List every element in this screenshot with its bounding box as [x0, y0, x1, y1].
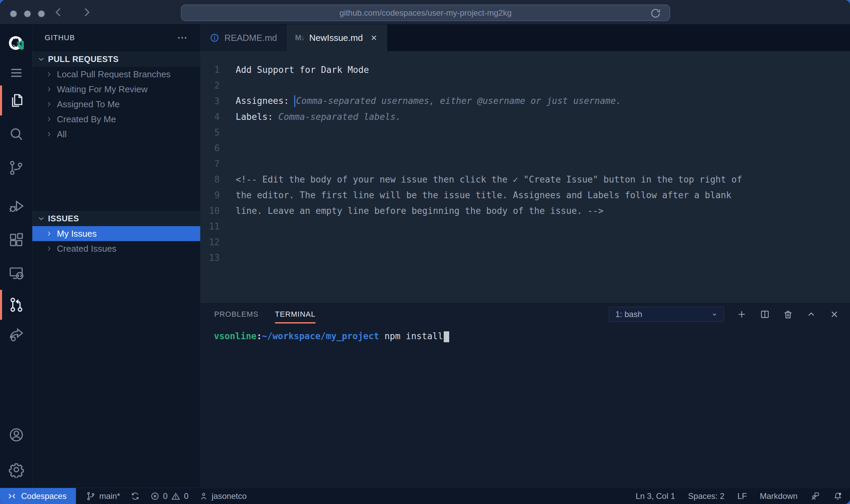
- minimize-window-button[interactable]: [23, 10, 32, 18]
- close-panel-icon[interactable]: [829, 309, 840, 320]
- line-number: 2: [201, 80, 220, 91]
- section-pull-requests[interactable]: PULL REQUESTS: [32, 51, 200, 67]
- problems-indicator[interactable]: 0 0: [150, 488, 189, 504]
- activity-github-pull-requests[interactable]: [0, 289, 32, 320]
- activity-search[interactable]: [0, 119, 32, 150]
- sidebar-title: GITHUB: [45, 33, 75, 42]
- language-mode[interactable]: Markdown: [760, 488, 798, 504]
- tree-item-local-pr-branches[interactable]: Local Pull Request Branches: [32, 67, 200, 82]
- code-line[interactable]: 13: [201, 250, 850, 266]
- tree-item-assigned-to-me[interactable]: Assigned To Me: [32, 97, 200, 112]
- chevron-right-icon: [45, 85, 53, 94]
- panel-tab-terminal[interactable]: TERMINAL: [275, 303, 315, 326]
- activity-settings[interactable]: [0, 454, 32, 485]
- code-line[interactable]: 6: [201, 140, 850, 156]
- markdown-icon: M↓: [295, 33, 304, 42]
- terminal[interactable]: vsonline:~/workspace/my_project npm inst…: [201, 326, 850, 488]
- terminal-command: npm install: [379, 331, 443, 341]
- panel-tab-problems[interactable]: PROBLEMS: [214, 303, 258, 326]
- line-number: 10: [201, 206, 220, 216]
- feedback-icon: [810, 491, 820, 501]
- back-button[interactable]: [52, 5, 65, 19]
- editor-area[interactable]: 1 Add Support for Dark Mode 2 3 Assignee…: [201, 51, 850, 302]
- activity-live-share[interactable]: [0, 319, 32, 350]
- code-line[interactable]: 9 the editor. The first line will be the…: [201, 187, 850, 203]
- code-line[interactable]: 3 Assignees: Comma-separated usernames, …: [201, 93, 850, 109]
- chevron-right-icon: [45, 130, 53, 139]
- github-pull-request-icon: [8, 297, 25, 313]
- tab-label: NewIssue.md: [309, 33, 363, 43]
- activity-explorer[interactable]: [0, 85, 32, 116]
- reload-icon[interactable]: [650, 7, 661, 19]
- shell-select-value: 1: bash: [615, 310, 642, 319]
- code-line[interactable]: 5: [201, 125, 850, 140]
- tree-item-my-issues[interactable]: My Issues: [32, 226, 200, 241]
- tree-item-all[interactable]: All: [32, 127, 200, 142]
- tree-item-created-issues[interactable]: Created Issues: [32, 241, 200, 256]
- code-line[interactable]: 2: [201, 78, 850, 93]
- code-line[interactable]: 12: [201, 234, 850, 250]
- editor-column: README.md M↓ NewIssue.md 1 Add Support f…: [201, 25, 850, 488]
- new-terminal-icon[interactable]: [736, 309, 747, 320]
- tree-item-label: My Issues: [57, 229, 97, 239]
- code-line[interactable]: 11: [201, 219, 850, 234]
- notifications-button[interactable]: [833, 488, 843, 504]
- browser-window: github.com/codespaces/user-my-project-mg…: [0, 0, 850, 504]
- panel-tab-label: PROBLEMS: [214, 310, 258, 319]
- tree-item-waiting-for-my-review[interactable]: Waiting For My Review: [32, 82, 200, 97]
- user-indicator[interactable]: jasonetco: [199, 488, 247, 504]
- kill-terminal-icon[interactable]: [783, 309, 793, 320]
- github-codespaces-logo[interactable]: [0, 28, 32, 59]
- tree-item-label: Created By Me: [57, 114, 116, 125]
- code-line[interactable]: 7: [201, 156, 850, 172]
- tree-item-created-by-me[interactable]: Created By Me: [32, 112, 200, 127]
- text-cursor: [294, 95, 295, 107]
- activity-remote-explorer[interactable]: [0, 257, 32, 289]
- remote-indicator-codespaces[interactable]: Codespaces: [0, 488, 76, 504]
- remote-icon: [7, 491, 17, 501]
- activity-extensions[interactable]: [0, 224, 32, 256]
- maximize-panel-icon[interactable]: [806, 309, 817, 320]
- tab-new-issue[interactable]: M↓ NewIssue.md: [286, 25, 388, 51]
- sidebar: GITHUB PULL REQUESTS Local Pull Request …: [32, 25, 201, 488]
- maximize-window-button[interactable]: [37, 10, 46, 18]
- panel-header: PROBLEMS TERMINAL 1: bash: [201, 303, 850, 326]
- section-issues[interactable]: ISSUES: [32, 210, 200, 226]
- tree-item-label: Created Issues: [57, 243, 116, 254]
- terminal-shell-select[interactable]: 1: bash: [609, 307, 724, 322]
- terminal-prompt-separator: :: [256, 331, 262, 341]
- line-number: 1: [201, 65, 220, 75]
- chevron-down-icon: [36, 54, 46, 64]
- close-window-button[interactable]: [9, 10, 18, 18]
- split-terminal-icon[interactable]: [759, 309, 770, 320]
- warning-icon: [171, 491, 180, 501]
- chevron-down-icon: [36, 214, 46, 223]
- feedback-button[interactable]: [810, 488, 820, 504]
- code-line[interactable]: 1 Add Support for Dark Mode: [201, 62, 850, 78]
- forward-button[interactable]: [80, 5, 93, 19]
- close-tab-icon[interactable]: [369, 33, 378, 42]
- eol-setting[interactable]: LF: [737, 488, 747, 504]
- more-actions-icon[interactable]: [176, 32, 188, 44]
- activity-account[interactable]: [0, 419, 32, 451]
- assignees-line: Assignees: Comma-separated usernames, ei…: [236, 95, 621, 107]
- line-number: 11: [201, 221, 220, 232]
- files-icon: [8, 92, 25, 109]
- tree-item-label: Assigned To Me: [57, 99, 120, 110]
- tree-item-label: All: [57, 129, 67, 140]
- address-bar[interactable]: github.com/codespaces/user-my-project-mg…: [181, 4, 670, 21]
- code-line[interactable]: 4 Labels: Comma-separated labels.: [201, 109, 850, 125]
- tab-readme[interactable]: README.md: [201, 25, 286, 51]
- code-line[interactable]: 8 <!-- Edit the body of your new issue t…: [201, 172, 850, 187]
- menu-button[interactable]: [0, 57, 32, 89]
- activity-run-debug[interactable]: [0, 190, 32, 222]
- sync-button[interactable]: [130, 488, 140, 504]
- sync-icon: [130, 491, 140, 501]
- cursor-position[interactable]: Ln 3, Col 1: [635, 488, 675, 504]
- indentation-setting[interactable]: Spaces: 2: [688, 488, 725, 504]
- chevron-right-icon: [45, 100, 53, 109]
- labels-label: Labels:: [236, 112, 278, 122]
- activity-source-control[interactable]: [0, 152, 32, 184]
- code-line[interactable]: 10 line. Leave an empty line before begi…: [201, 203, 850, 219]
- branch-indicator[interactable]: main*: [86, 488, 120, 504]
